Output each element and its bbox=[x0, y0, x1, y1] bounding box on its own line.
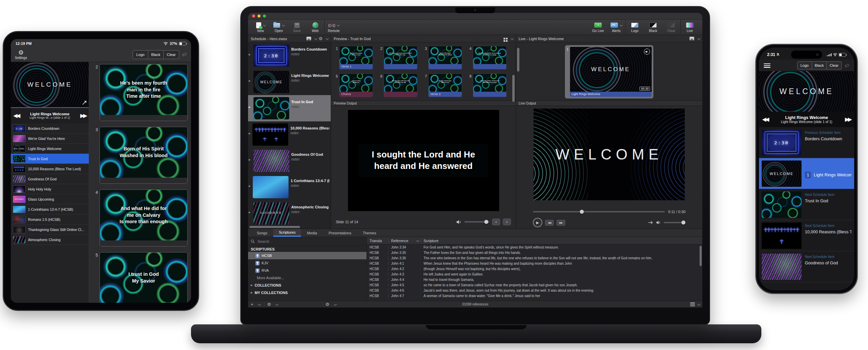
playlist-item[interactable]: We're Glad You're Here bbox=[11, 134, 89, 144]
column-translation[interactable]: Transla bbox=[367, 239, 388, 243]
live-preview[interactable]: WELCOME bbox=[11, 62, 89, 107]
preview-slide[interactable]: 3 Born of His Spirit Washed in His blood bbox=[424, 46, 465, 71]
playlist-item[interactable]: UPCOMINGGlass Upcoming bbox=[11, 194, 89, 204]
clear-button[interactable]: Clear bbox=[164, 50, 179, 59]
volume-knob[interactable] bbox=[681, 221, 685, 225]
black-button[interactable]: Black bbox=[812, 61, 827, 69]
progress-knob[interactable] bbox=[580, 210, 584, 214]
playlist-item[interactable]: 2:30Borders Countdown bbox=[11, 123, 89, 134]
table-row[interactable]: HCSBJohn 4:4He had to travel through Sam… bbox=[367, 277, 702, 282]
settings-button[interactable]: ⚙ Settings bbox=[15, 50, 27, 60]
open-button[interactable]: Open bbox=[270, 20, 288, 35]
previous-slide-button[interactable]: ‹ bbox=[492, 218, 500, 225]
live-button[interactable]: Live bbox=[681, 20, 699, 35]
preview-slide[interactable]: 2 He's been my fourth man in the fire Ti… bbox=[379, 46, 420, 71]
play-button[interactable]: ▶ bbox=[533, 218, 542, 227]
tab-presentations[interactable]: Presentations bbox=[323, 229, 357, 237]
clear-button[interactable]: Clear bbox=[827, 61, 842, 69]
clear-button[interactable]: Clear bbox=[662, 20, 680, 35]
new-button[interactable]: New bbox=[251, 20, 270, 35]
collections-section[interactable]: ▶COLLECTIONS bbox=[248, 282, 367, 289]
menu-icon[interactable] bbox=[764, 63, 770, 68]
tab-media[interactable]: Media bbox=[302, 229, 323, 237]
chevron-down-icon[interactable] bbox=[326, 37, 328, 40]
horizontal-scrollbar[interactable] bbox=[249, 226, 300, 228]
grid-view-icon[interactable] bbox=[504, 38, 505, 39]
playlist-item[interactable]: WELCOMELight Rings Welcome bbox=[11, 144, 89, 154]
preview-slide[interactable]: 7 Perfect submission All is at restVerse… bbox=[424, 74, 465, 98]
disclosure-icon[interactable]: ▶ bbox=[249, 80, 251, 82]
schedule-item-selected[interactable]: ▶ Trust In Godnotes bbox=[248, 95, 331, 121]
bible-hcsb[interactable]: HCSB bbox=[248, 252, 367, 259]
volume-knob[interactable] bbox=[484, 220, 488, 224]
playlist-item[interactable]: Next Schedule Item10,000 Reasons (Bless … bbox=[759, 220, 854, 251]
previous-item-button[interactable]: ◀◀ bbox=[762, 116, 768, 122]
remote-button[interactable]: ((x)) Remote bbox=[325, 20, 343, 35]
next-item-button[interactable]: ▶▶ bbox=[80, 113, 86, 119]
gear-icon[interactable]: ⚙ bbox=[319, 36, 323, 41]
black-button[interactable]: Black bbox=[644, 20, 662, 35]
live-preview[interactable]: WELCOME bbox=[759, 71, 854, 112]
web-button[interactable]: Web bbox=[306, 20, 324, 35]
playlist-item[interactable]: Thanksgiving Glass Still Online Cl... bbox=[11, 225, 89, 235]
go-live-button[interactable]: ‣ Go Live bbox=[589, 20, 607, 35]
slide-card[interactable]: 3 Born of His Spirit Washed in His blood bbox=[92, 127, 188, 184]
tab-themes[interactable]: Themes bbox=[357, 229, 382, 237]
vertical-scrollbar[interactable] bbox=[700, 246, 702, 266]
playlist-item[interactable]: 1 Corinthians 13:4-7 (HCSB) bbox=[11, 204, 89, 214]
disclosure-icon[interactable]: ▶ bbox=[249, 53, 251, 56]
chevron-down-icon[interactable] bbox=[511, 37, 513, 40]
slide-card[interactable]: 2 He's been my fourth man in the fire Ti… bbox=[92, 64, 188, 121]
preview-volume-slider[interactable] bbox=[464, 221, 489, 223]
schedule-item[interactable]: ▶ 1 Corinthians 13:4-7 (HCSB)notes bbox=[248, 174, 331, 200]
minimize-window-button[interactable] bbox=[257, 14, 261, 18]
disclosure-icon[interactable]: ▶ bbox=[251, 284, 252, 287]
playlist-item[interactable]: Romans 1:5 (HCSB) bbox=[11, 214, 89, 225]
schedule-item[interactable]: ▶ WELCOME Light Rings Welcomenotes bbox=[248, 69, 331, 95]
slide-card[interactable]: 5 I trust in God My Savior bbox=[92, 252, 188, 303]
chevron-down-icon[interactable] bbox=[315, 37, 317, 40]
live-slide-selected[interactable]: 1 WELCOME 00:30 Light Rings Welcome bbox=[565, 45, 653, 98]
schedule-item[interactable]: ▶ 2:30 Borders Countdownnotes bbox=[248, 42, 331, 69]
playlist-item[interactable]: Holy Holy Holy bbox=[11, 184, 89, 194]
previous-item-button[interactable]: ◀◀ bbox=[13, 113, 19, 119]
disclosure-icon[interactable]: ▶ bbox=[249, 158, 251, 161]
table-row[interactable]: HCSBJohn 3:34For God sent Him, and He sp… bbox=[367, 244, 702, 250]
next-slide-button[interactable]: › bbox=[503, 218, 511, 225]
playlist-item[interactable]: Goodness Of God bbox=[11, 174, 89, 184]
playlist-item-selected[interactable]: WELCOME 1Light Rings Welcome bbox=[759, 158, 854, 189]
more-available-link[interactable]: More Available... bbox=[248, 274, 367, 282]
preview-slide[interactable]: 4 And what He did for me on Calvary Is m… bbox=[468, 46, 509, 71]
schedule-item[interactable]: ▶ GOODBYE Atmospheric Closingnotes bbox=[248, 200, 331, 227]
props-icon[interactable] bbox=[182, 52, 187, 57]
my-collections-section[interactable]: ▶MY COLLECTIONS bbox=[248, 289, 367, 296]
playlist-item[interactable]: Atmospheric Closing bbox=[11, 235, 89, 245]
playback-progress-slider[interactable] bbox=[533, 211, 665, 212]
speaker-icon[interactable] bbox=[456, 220, 462, 224]
table-row[interactable]: HCSBJohn 3:36The one who believes in the… bbox=[367, 255, 702, 261]
tab-scriptures[interactable]: Scriptures bbox=[273, 229, 301, 237]
column-scripture[interactable]: Scripture bbox=[421, 239, 702, 243]
preview-slide[interactable]: 6 The One who will never fail He will ne… bbox=[379, 74, 420, 98]
bible-rva[interactable]: RVA bbox=[248, 267, 367, 274]
table-row[interactable]: HCSBJohn 4:5so He came to a town of Sama… bbox=[367, 282, 702, 288]
props-icon[interactable] bbox=[844, 63, 849, 68]
loop-arrow-icon[interactable] bbox=[648, 221, 653, 225]
logo-button[interactable]: Logo bbox=[626, 20, 644, 35]
playlist-item[interactable]: Next Schedule ItemGoodness of God bbox=[759, 251, 854, 282]
search-input[interactable] bbox=[257, 239, 364, 244]
black-button[interactable]: Black bbox=[148, 50, 164, 59]
column-reference[interactable]: Reference bbox=[388, 239, 421, 243]
background-icon[interactable] bbox=[306, 37, 311, 40]
playlist-item[interactable]: 10,000 Reasons (Bless The Lord) bbox=[11, 164, 89, 174]
disclosure-icon[interactable]: ▶ bbox=[249, 132, 250, 135]
table-row[interactable]: HCSBJohn 3:35The Father loves the Son an… bbox=[367, 250, 702, 255]
disclosure-icon[interactable]: ▶ bbox=[249, 211, 251, 214]
table-row[interactable]: HCSBJohn 4:7A woman of Samaria came to d… bbox=[367, 293, 702, 298]
live-volume-slider[interactable] bbox=[664, 222, 685, 223]
schedule-item[interactable]: ▶ 10,000 Reasons (Bless The Lord)notes bbox=[248, 121, 331, 148]
vertical-scrollbar[interactable] bbox=[512, 75, 515, 102]
playlist-item[interactable]: Next Schedule ItemTrust In God bbox=[759, 189, 854, 220]
table-row[interactable]: HCSBJohn 4:2(though Jesus Himself was no… bbox=[367, 266, 702, 271]
save-button[interactable]: Save bbox=[288, 20, 306, 35]
